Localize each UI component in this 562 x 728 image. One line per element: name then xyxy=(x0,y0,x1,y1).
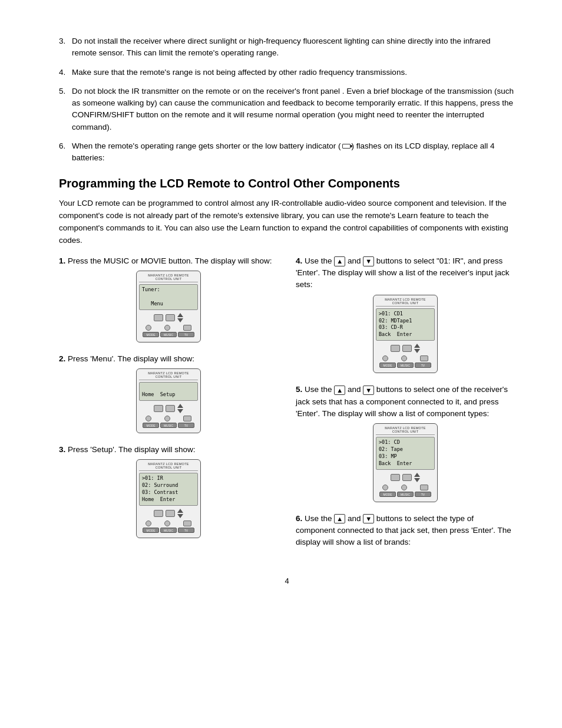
bullet-5: 5. Do not block the IR transmitter on th… xyxy=(59,85,515,133)
step-1: 1. Press the MUSIC or MOVIE button. The … xyxy=(59,255,278,342)
lcd-display-2: Home Setup xyxy=(139,382,198,401)
remote-illustration-1: MARANTZ LCD REMOTE CONTROL UNIT Tuner: M… xyxy=(136,271,201,342)
step-6: 6. Use the ▲ and ▼ buttons to select the… xyxy=(296,513,515,549)
remote-display-step2: MARANTZ LCD REMOTE CONTROL UNIT Home Set… xyxy=(59,368,278,433)
nav-left xyxy=(391,345,400,352)
music-btn: MUSIC xyxy=(160,528,177,533)
up-arrow-btn-inline: ▲ xyxy=(334,256,345,266)
tv-btn: TV xyxy=(178,332,194,337)
nav-left xyxy=(154,314,163,321)
section-title: Programming the LCD Remote to Control Ot… xyxy=(59,177,515,190)
down-arrow-btn-inline: ▼ xyxy=(363,386,374,395)
remote-illustration-2: MARANTZ LCD REMOTE CONTROL UNIT Home Set… xyxy=(136,368,201,433)
bullet-6: 6. When the remote's operating range get… xyxy=(59,140,515,164)
tv-btn: TV xyxy=(415,363,431,368)
nav-left xyxy=(154,510,163,517)
remote-display-step4: MARANTZ LCD REMOTE CONTROL UNIT >01: CD1… xyxy=(296,295,515,374)
arrow-up-icon xyxy=(414,473,420,477)
remote-circle-btn xyxy=(146,325,151,331)
mode-btn: MODE xyxy=(379,363,396,368)
arrow-up-icon xyxy=(177,404,183,408)
mode-btn: MODE xyxy=(143,528,159,533)
remote-circle-btn xyxy=(382,485,388,490)
arrow-down-icon xyxy=(414,349,420,353)
nav-left xyxy=(154,405,163,412)
remote-display-step5: MARANTZ LCD REMOTE CONTROL UNIT >01: CD0… xyxy=(296,423,515,502)
music-btn: MUSIC xyxy=(160,423,177,428)
remote-circle-btn xyxy=(164,521,170,526)
nav-center xyxy=(166,510,175,517)
up-arrow-btn-inline: ▲ xyxy=(334,514,345,523)
arrow-down-icon xyxy=(177,318,183,322)
nav-center xyxy=(166,314,175,321)
bullet-4: 4. Make sure that the remote's range is … xyxy=(59,67,515,78)
music-btn: MUSIC xyxy=(397,492,414,497)
mode-btn: MODE xyxy=(379,492,396,497)
left-column: 1. Press the MUSIC or MOVIE button. The … xyxy=(59,255,278,559)
tv-btn: TV xyxy=(415,492,431,497)
remote-display-step3: MARANTZ LCD REMOTE CONTROL UNIT >01: IR0… xyxy=(59,459,278,538)
tv-btn: TV xyxy=(178,528,194,533)
remote-circle-btn xyxy=(146,521,151,526)
mode-btn: MODE xyxy=(143,332,159,337)
nav-center xyxy=(402,345,412,352)
lcd-display-1: Tuner: Menu xyxy=(139,284,198,310)
nav-left xyxy=(391,474,400,481)
arrow-down-icon xyxy=(177,409,183,413)
lcd-display-3: >01: IR02: Surround03: ContrastHome Ente… xyxy=(139,473,198,506)
two-column-layout: 1. Press the MUSIC or MOVIE button. The … xyxy=(59,255,515,559)
remote-circle-btn xyxy=(146,416,151,421)
music-btn: MUSIC xyxy=(397,363,414,368)
remote-circle-btn xyxy=(401,485,407,490)
step-2: 2. Press 'Menu'. The display will show: … xyxy=(59,353,278,433)
arrow-up-icon xyxy=(414,344,420,348)
down-arrow-btn-inline: ▼ xyxy=(363,256,374,266)
remote-illustration-3: MARANTZ LCD REMOTE CONTROL UNIT >01: IR0… xyxy=(136,459,201,538)
intro-bullets: 3. Do not install the receiver where dir… xyxy=(59,35,515,164)
battery-icon xyxy=(342,144,351,149)
music-btn: MUSIC xyxy=(160,332,177,337)
remote-circle-btn xyxy=(164,325,170,331)
remote-circle-btn xyxy=(382,355,388,361)
step-4: 4. Use the ▲ and ▼ buttons to select "01… xyxy=(296,255,515,373)
section-intro: Your LCD remote can be programmed to con… xyxy=(59,197,515,247)
remote-display-step1: MARANTZ LCD REMOTE CONTROL UNIT Tuner: M… xyxy=(59,271,278,342)
tv-btn: TV xyxy=(178,423,194,428)
arrow-up-icon xyxy=(177,313,183,317)
arrow-down-icon xyxy=(177,514,183,518)
nav-center xyxy=(166,405,175,412)
page-number: 4 xyxy=(59,577,515,585)
step-3: 3. Press 'Setup'. The display will show:… xyxy=(59,444,278,538)
up-arrow-btn-inline: ▲ xyxy=(334,386,345,395)
nav-center xyxy=(402,474,412,481)
step-5: 5. Use the ▲ and ▼ buttons to select one… xyxy=(296,384,515,502)
remote-illustration-5: MARANTZ LCD REMOTE CONTROL UNIT >01: CD0… xyxy=(373,423,438,502)
right-column: 4. Use the ▲ and ▼ buttons to select "01… xyxy=(296,255,515,559)
lcd-display-4: >01: CD102: MDTape103: CD-RBack Enter xyxy=(376,308,435,341)
bullet-3: 3. Do not install the receiver where dir… xyxy=(59,35,515,60)
remote-circle-btn xyxy=(164,416,170,421)
remote-illustration-4: MARANTZ LCD REMOTE CONTROL UNIT >01: CD1… xyxy=(373,295,438,374)
arrow-down-icon xyxy=(414,478,420,482)
remote-circle-btn xyxy=(401,355,407,361)
arrow-up-icon xyxy=(177,509,183,513)
lcd-display-5: >01: CD02: Tape03: MPBack Enter xyxy=(376,437,435,470)
mode-btn: MODE xyxy=(143,423,159,428)
down-arrow-btn-inline: ▼ xyxy=(363,514,374,523)
